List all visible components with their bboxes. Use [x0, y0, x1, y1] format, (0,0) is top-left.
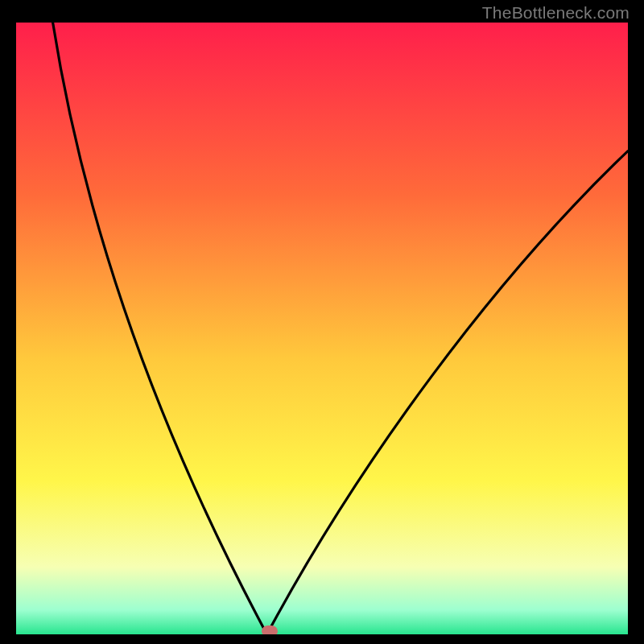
bottleneck-curve	[53, 23, 628, 634]
gradient-rect	[16, 23, 628, 634]
plot-area	[16, 23, 628, 634]
watermark-text: TheBottleneck.com	[482, 3, 630, 23]
optimal-point-marker	[262, 625, 278, 634]
chart-svg	[16, 23, 628, 634]
chart-frame: TheBottleneck.com	[0, 0, 644, 644]
